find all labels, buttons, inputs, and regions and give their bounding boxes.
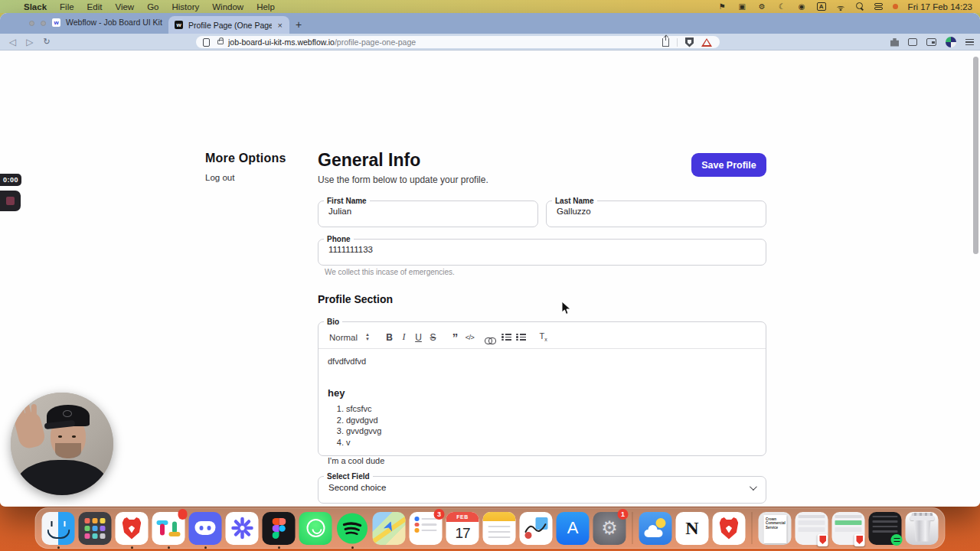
- menu-item-edit[interactable]: Edit: [87, 2, 103, 11]
- active-app-name[interactable]: Slack: [24, 2, 47, 11]
- screen-record-icon[interactable]: ◉: [797, 2, 807, 11]
- wallet-icon[interactable]: [926, 38, 936, 46]
- dock-freeform[interactable]: [519, 511, 554, 546]
- select-field[interactable]: Select Field Second choice: [318, 472, 766, 504]
- profile-avatar[interactable]: [946, 37, 956, 47]
- gear-icon: ⚙: [601, 517, 618, 539]
- webflow-favicon-dark: w: [175, 21, 183, 29]
- dock-reminders[interactable]: 3: [409, 511, 443, 546]
- dock-slack[interactable]: [152, 511, 186, 546]
- bold-button[interactable]: B: [382, 332, 397, 343]
- bio-content[interactable]: dfvdfvdfvd hey sfcsfvc dgvdgvd gvvdgvvg …: [318, 349, 766, 473]
- logout-link[interactable]: Log out: [205, 173, 234, 182]
- wifi-icon[interactable]: [836, 3, 846, 11]
- tab-webflow-designer[interactable]: w Webflow - Job Board UI Kit: [52, 18, 163, 27]
- last-name-field[interactable]: Last Name Galluzzo: [546, 197, 766, 227]
- first-name-value[interactable]: Julian: [318, 205, 537, 216]
- dock-app-store[interactable]: A: [556, 511, 590, 546]
- input-source-icon[interactable]: ⚑: [717, 2, 727, 11]
- sidebar-toggle-icon[interactable]: [908, 38, 917, 46]
- bookmark-icon[interactable]: [203, 38, 210, 47]
- dock-trash[interactable]: [905, 511, 939, 546]
- profile-section-title: Profile Section: [318, 293, 393, 305]
- address-bar[interactable]: job-board-ui-kit-ms.webflow.io /profile-…: [196, 36, 720, 48]
- stop-recording-button[interactable]: [0, 191, 21, 211]
- focus-moon-icon[interactable]: ☾: [777, 2, 787, 11]
- underline-button[interactable]: U: [411, 332, 426, 343]
- dock-discord[interactable]: [188, 511, 223, 546]
- menu-item-view[interactable]: View: [115, 2, 134, 11]
- control-center-icon[interactable]: [874, 3, 883, 11]
- unordered-list-button[interactable]: [514, 334, 528, 340]
- dock-brave[interactable]: [115, 511, 149, 546]
- phone-value[interactable]: 1111111133: [318, 243, 766, 254]
- save-profile-button[interactable]: Save Profile: [691, 153, 766, 177]
- dock-minimized-spotify-window[interactable]: [868, 511, 903, 546]
- stop-icon: [6, 197, 15, 205]
- dock-whatsapp[interactable]: [299, 511, 333, 546]
- dock-minimized-document[interactable]: Crown Commercial Service: [758, 511, 792, 546]
- dock-spotify[interactable]: [335, 511, 370, 546]
- phone-field[interactable]: Phone 1111111133: [318, 235, 766, 266]
- webcam-overlay[interactable]: [11, 393, 113, 495]
- minimize-window-button[interactable]: [41, 21, 46, 26]
- notion-n-icon: N: [685, 518, 698, 539]
- extensions-puzzle-icon[interactable]: [890, 38, 899, 47]
- first-name-field[interactable]: First Name Julian: [318, 197, 538, 227]
- code-button[interactable]: </>: [462, 334, 477, 341]
- forward-button[interactable]: ▷: [26, 37, 33, 47]
- dock-finder[interactable]: [41, 511, 76, 546]
- dock-notes[interactable]: [482, 511, 517, 546]
- settings-badge: 1: [618, 509, 629, 520]
- menu-item-file[interactable]: File: [60, 2, 74, 11]
- dock-launchpad[interactable]: [78, 511, 113, 546]
- keyboard-a-icon[interactable]: A: [817, 2, 826, 11]
- dock-figma[interactable]: [262, 511, 296, 546]
- menu-bar-clock[interactable]: Fri 17 Feb 14:23: [908, 2, 972, 11]
- menu-item-history[interactable]: History: [172, 2, 199, 11]
- tab-profile-page[interactable]: w Profile Page (One Page) ×: [168, 16, 289, 34]
- brave-shield-icon[interactable]: [685, 37, 694, 47]
- whatsapp-phone-icon: [306, 519, 325, 537]
- page-scrollbar[interactable]: [972, 54, 979, 504]
- menu-item-window[interactable]: Window: [212, 2, 243, 11]
- new-tab-button[interactable]: +: [296, 18, 302, 31]
- tab-close-icon[interactable]: ×: [277, 21, 283, 30]
- dock-maps[interactable]: [372, 511, 407, 546]
- dock-minimized-brave-window-1[interactable]: [795, 511, 829, 546]
- dock-minimized-brave-window-2[interactable]: [831, 511, 866, 546]
- share-icon[interactable]: [662, 38, 669, 47]
- clear-formatting-button[interactable]: Tx: [536, 331, 550, 342]
- dock-weather[interactable]: [639, 511, 673, 546]
- dock-loom[interactable]: [225, 511, 260, 546]
- calendar-month: FEB: [446, 512, 479, 522]
- blockquote-button[interactable]: ”: [448, 334, 462, 341]
- ordered-list-button[interactable]: [499, 334, 514, 340]
- strikethrough-button[interactable]: S: [426, 332, 440, 343]
- dock-brave-beta[interactable]: [712, 511, 746, 546]
- format-dropdown[interactable]: Normal ▲▼: [329, 333, 370, 342]
- italic-button[interactable]: I: [397, 331, 411, 343]
- last-name-value[interactable]: Galluzzo: [547, 205, 766, 216]
- close-window-button[interactable]: [29, 21, 34, 26]
- mouse-cursor: [561, 301, 571, 318]
- gear-icon[interactable]: ⚙: [757, 2, 767, 11]
- recording-indicator-icon[interactable]: [893, 4, 898, 9]
- back-button[interactable]: ◁: [9, 37, 16, 47]
- spotify-badge-icon: [891, 534, 903, 546]
- spotlight-icon[interactable]: [856, 2, 864, 11]
- browser-menu-icon[interactable]: [965, 39, 974, 45]
- menu-item-go[interactable]: Go: [147, 2, 158, 11]
- ordered-list-icon: [501, 334, 511, 340]
- page-content: More Options Log out General Info Use th…: [0, 51, 980, 506]
- dock-notion[interactable]: N: [675, 511, 710, 546]
- menu-item-help[interactable]: Help: [256, 2, 275, 11]
- display-icon[interactable]: ▣: [737, 2, 747, 11]
- warning-triangle-icon[interactable]: [701, 38, 712, 47]
- recording-timer-badge: 0:00: [0, 174, 21, 186]
- scrollbar-thumb[interactable]: [973, 57, 978, 254]
- dock-calendar[interactable]: FEB17: [446, 511, 480, 546]
- dock-system-settings[interactable]: 1⚙: [593, 511, 627, 546]
- bio-editor[interactable]: Bio Normal ▲▼ B I U S ” </> Tx dfvdfvdfv…: [318, 318, 766, 456]
- reload-button[interactable]: ↻: [43, 37, 50, 47]
